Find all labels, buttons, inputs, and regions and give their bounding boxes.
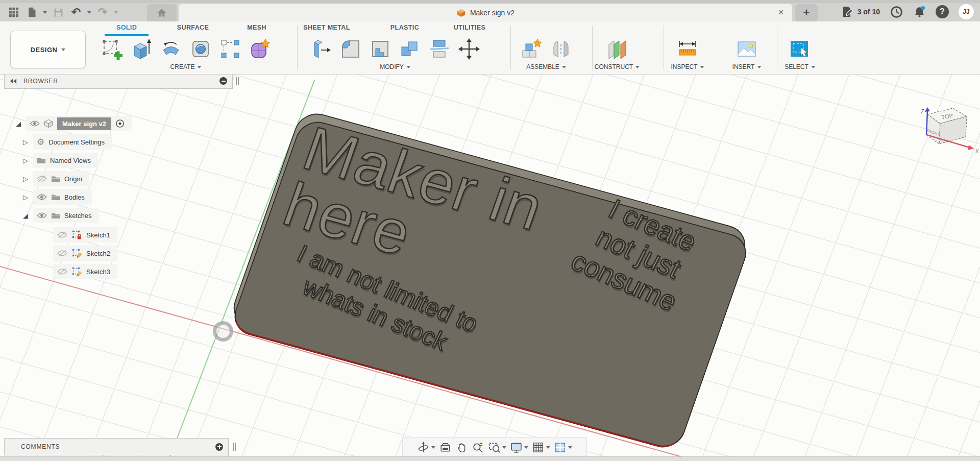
add-comment-icon[interactable] — [215, 443, 223, 451]
tab-utilities[interactable]: UTILITIES — [454, 24, 486, 31]
collapse-panel-icon[interactable] — [10, 78, 17, 84]
browser-resize-handle[interactable] — [236, 77, 237, 85]
create-sketch-icon[interactable] — [100, 37, 124, 61]
origin-marker[interactable] — [213, 321, 233, 342]
display-caret-icon[interactable] — [524, 446, 528, 449]
redo-icon[interactable]: ↷ — [96, 6, 109, 19]
browser-panel-header[interactable]: BROWSER — [4, 73, 233, 89]
close-tab-icon[interactable]: ✕ — [778, 8, 784, 16]
collapse-icon[interactable]: ▷ — [21, 175, 30, 183]
tab-surface[interactable]: SURFACE — [177, 24, 209, 31]
collapse-icon[interactable]: ▷ — [21, 138, 30, 146]
fillet-icon[interactable] — [339, 37, 362, 61]
tab-sheet-metal[interactable]: SHEET METAL — [303, 24, 350, 31]
tree-label[interactable]: Origin — [64, 175, 82, 183]
group-select[interactable]: SELECT — [785, 63, 815, 70]
visibility-off-eye-icon[interactable] — [57, 268, 67, 276]
expand-icon[interactable]: ◢ — [14, 120, 22, 128]
tree-label[interactable]: Document Settings — [48, 138, 105, 146]
tree-label[interactable]: Sketch3 — [86, 268, 110, 276]
tree-row-sketch1[interactable]: Sketch1 — [53, 227, 117, 242]
construct-plane-icon[interactable] — [605, 37, 629, 61]
collapse-icon[interactable]: ▷ — [21, 193, 30, 201]
revolve-icon[interactable] — [159, 37, 183, 61]
group-assemble[interactable]: ASSEMBLE — [526, 63, 566, 70]
comments-panel-header[interactable]: COMMENTS — [4, 438, 229, 455]
group-insert[interactable]: INSERT — [732, 63, 762, 70]
group-construct[interactable]: CONSTRUCT — [595, 63, 640, 70]
visibility-eye-icon[interactable] — [30, 120, 40, 127]
new-tab-button[interactable]: + — [795, 4, 818, 21]
display-settings-button[interactable] — [510, 441, 528, 454]
plaque-text-right[interactable]: I create not just consume — [536, 176, 741, 330]
tab-plastic[interactable]: PLASTIC — [390, 24, 419, 31]
plaque-body[interactable]: Maker in here I create not just consume … — [228, 109, 751, 444]
tree-label[interactable]: Named Views — [50, 157, 91, 164]
document-tab[interactable]: Maker sign v2 ✕ — [179, 4, 792, 21]
create-form-icon[interactable] — [248, 37, 272, 61]
tree-row-origin[interactable]: ▷ Origin — [21, 171, 89, 186]
undo-icon[interactable]: ↶ — [69, 6, 83, 19]
visibility-off-eye-icon[interactable] — [57, 231, 67, 239]
shell-icon[interactable] — [369, 37, 392, 61]
tree-row-bodies[interactable]: ▷ Bodies — [21, 189, 92, 205]
tree-row-root-component[interactable]: ◢ Maker sign v2 — [14, 116, 132, 131]
view-cube[interactable]: TOP FRONT Z X — [904, 98, 980, 157]
tab-solid[interactable]: SOLID — [116, 24, 137, 31]
save-icon[interactable] — [52, 6, 65, 19]
app-grid-menu-icon[interactable] — [7, 6, 20, 19]
press-pull-icon[interactable] — [309, 37, 333, 61]
visibility-off-eye-icon[interactable] — [57, 249, 67, 257]
group-create[interactable]: CREATE — [170, 63, 202, 70]
job-status-icon[interactable] — [841, 5, 854, 18]
workspace-switcher[interactable]: DESIGN — [10, 31, 86, 68]
move-icon[interactable] — [457, 37, 481, 61]
tab-mesh[interactable]: MESH — [247, 24, 266, 31]
visibility-off-eye-icon[interactable] — [37, 175, 47, 183]
tree-row-sketch3[interactable]: Sketch3 — [53, 264, 117, 279]
tree-row-sketch2[interactable]: Sketch2 — [53, 246, 117, 261]
fit-caret-icon[interactable] — [502, 446, 506, 449]
tree-row-named-views[interactable]: ▷ Named Views — [21, 153, 98, 168]
split-body-icon[interactable] — [428, 37, 451, 61]
combine-icon[interactable] — [398, 37, 422, 61]
expand-icon[interactable]: ◢ — [21, 212, 30, 220]
orbit-caret-icon[interactable] — [431, 446, 435, 449]
history-clock-icon[interactable] — [890, 5, 903, 18]
tree-label[interactable]: Sketch1 — [86, 231, 110, 239]
hole-icon[interactable] — [189, 37, 212, 61]
pan-button[interactable] — [455, 441, 468, 454]
activate-component-icon[interactable] — [115, 119, 125, 128]
pattern-icon[interactable] — [218, 37, 242, 61]
measure-icon[interactable] — [676, 37, 699, 61]
notifications-bell-icon[interactable] — [913, 5, 926, 18]
fit-button[interactable] — [488, 441, 506, 454]
help-button[interactable]: ? — [936, 5, 949, 18]
tree-row-document-settings[interactable]: ▷ ⚙ Document Settings — [21, 134, 112, 150]
look-at-button[interactable] — [439, 441, 452, 454]
comments-resize-handle[interactable] — [233, 443, 234, 451]
tree-label[interactable]: Bodies — [64, 193, 85, 201]
browser-minimize-icon[interactable] — [219, 77, 227, 85]
collapse-icon[interactable]: ▷ — [21, 157, 30, 164]
user-avatar[interactable]: JJ — [959, 4, 974, 19]
grid-settings-button[interactable] — [532, 441, 550, 454]
new-component-icon[interactable] — [520, 37, 543, 61]
joint-icon[interactable] — [549, 37, 573, 61]
file-menu-icon[interactable] — [25, 6, 38, 19]
undo-caret-icon[interactable] — [87, 11, 91, 14]
visibility-eye-icon[interactable] — [37, 212, 47, 219]
insert-canvas-icon[interactable] — [735, 37, 758, 61]
home-view-tab[interactable] — [147, 4, 177, 21]
select-tool-icon[interactable] — [788, 37, 812, 61]
redo-caret-icon[interactable] — [114, 11, 118, 14]
grid-caret-icon[interactable] — [546, 446, 550, 449]
orbit-button[interactable] — [417, 441, 435, 454]
visibility-eye-icon[interactable] — [37, 193, 47, 201]
tree-label[interactable]: Sketches — [64, 212, 91, 220]
tree-label-selected[interactable]: Maker sign v2 — [57, 117, 111, 130]
group-modify[interactable]: MODIFY — [380, 63, 410, 70]
viewports-button[interactable] — [554, 441, 572, 454]
file-menu-caret-icon[interactable] — [43, 11, 47, 14]
tree-label[interactable]: Sketch2 — [86, 250, 110, 257]
